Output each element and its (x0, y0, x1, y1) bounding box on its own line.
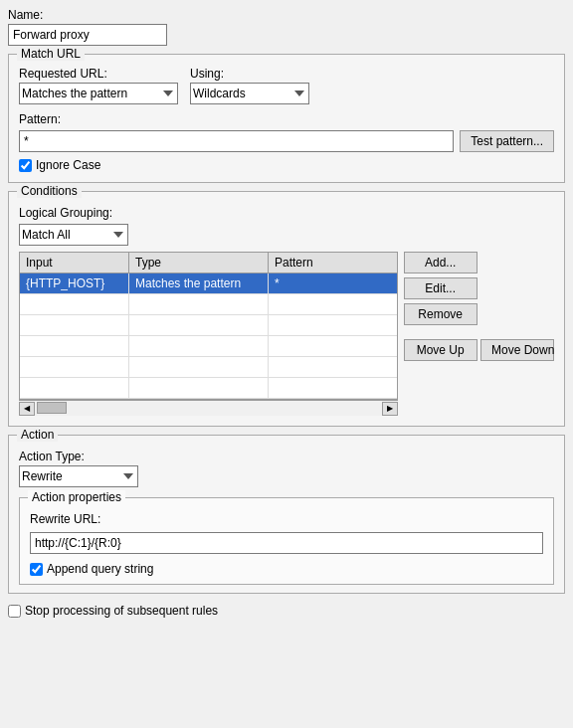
stop-processing-row: Stop processing of subsequent rules (8, 604, 565, 618)
rewrite-url-label: Rewrite URL: (30, 512, 543, 526)
action-legend: Action (17, 428, 58, 442)
edit-condition-button[interactable]: Edit... (404, 277, 478, 299)
requested-url-select[interactable]: Matches the pattern Does not match the p… (19, 83, 178, 104)
action-properties-box: Action properties Rewrite URL: Append qu… (19, 497, 554, 585)
empty-row (20, 357, 397, 378)
ignore-case-checkbox[interactable] (19, 159, 32, 172)
requested-url-label: Requested URL: (19, 67, 178, 81)
scrollbar-thumb[interactable] (37, 402, 67, 414)
table-header: Input Type Pattern (20, 253, 397, 273)
stop-processing-label: Stop processing of subsequent rules (25, 604, 218, 618)
empty-cell (269, 315, 397, 335)
empty-cell (269, 378, 397, 398)
append-query-string-checkbox[interactable] (30, 563, 43, 576)
cell-input: {HTTP_HOST} (20, 273, 129, 293)
conditions-section: Conditions Logical Grouping: Match All M… (8, 191, 565, 427)
ignore-case-row: Ignore Case (19, 158, 554, 172)
pattern-group: Pattern: Test pattern... (19, 112, 554, 152)
name-input[interactable] (8, 24, 167, 46)
col-type: Type (129, 253, 269, 273)
empty-cell (20, 315, 129, 335)
match-url-legend: Match URL (17, 47, 85, 61)
empty-cell (269, 357, 397, 377)
empty-cell (20, 378, 129, 398)
conditions-table: Input Type Pattern {HTTP_HOST} Matches t… (19, 252, 398, 400)
empty-cell (269, 294, 397, 314)
ignore-case-label: Ignore Case (36, 158, 100, 172)
cell-pattern: * (269, 273, 397, 293)
empty-cell (20, 336, 129, 356)
empty-cell (20, 294, 129, 314)
col-pattern: Pattern (269, 253, 397, 273)
requested-url-group: Requested URL: Matches the pattern Does … (19, 67, 178, 104)
test-pattern-button[interactable]: Test pattern... (460, 130, 554, 152)
empty-cell (129, 294, 269, 314)
conditions-legend: Conditions (17, 184, 82, 198)
empty-cell (269, 336, 397, 356)
empty-cell (20, 357, 129, 377)
action-type-select[interactable]: Rewrite Redirect Custom Response Abort R… (19, 465, 138, 487)
rewrite-url-input[interactable] (30, 532, 543, 554)
empty-row (20, 336, 397, 357)
scrollbar-track[interactable] (37, 402, 380, 416)
logical-grouping-select[interactable]: Match All Match Any (19, 224, 128, 246)
cell-type: Matches the pattern (129, 273, 269, 293)
empty-row (20, 378, 397, 399)
scroll-right-arrow[interactable]: ▶ (382, 402, 398, 416)
empty-row (20, 315, 397, 336)
empty-cell (129, 357, 269, 377)
action-content: Action Type: Rewrite Redirect Custom Res… (19, 450, 554, 585)
action-properties-legend: Action properties (28, 490, 125, 504)
empty-cell (129, 315, 269, 335)
table-row[interactable]: {HTTP_HOST} Matches the pattern * (20, 273, 397, 294)
remove-condition-button[interactable]: Remove (404, 303, 478, 325)
logical-grouping-label: Logical Grouping: (19, 206, 554, 220)
pattern-row: Test pattern... (19, 130, 554, 152)
match-url-section: Match URL Requested URL: Matches the pat… (8, 54, 565, 183)
append-query-string-row: Append query string (30, 562, 543, 576)
move-down-button[interactable]: Move Down (480, 339, 554, 361)
name-label: Name: (8, 8, 565, 22)
using-label: Using: (190, 67, 309, 81)
horizontal-scrollbar[interactable]: ◀ ▶ (19, 400, 398, 416)
stop-processing-checkbox[interactable] (8, 605, 21, 618)
append-query-string-label: Append query string (47, 562, 153, 576)
pattern-label: Pattern: (19, 112, 554, 126)
scroll-left-arrow[interactable]: ◀ (19, 402, 35, 416)
action-section: Action Action Type: Rewrite Redirect Cus… (8, 435, 565, 594)
empty-cell (129, 336, 269, 356)
col-input: Input (20, 253, 129, 273)
add-condition-button[interactable]: Add... (404, 252, 478, 273)
using-select[interactable]: Wildcards Regular Expressions Exact Matc… (190, 83, 309, 104)
using-group: Using: Wildcards Regular Expressions Exa… (190, 67, 309, 104)
pattern-input[interactable] (19, 130, 454, 152)
action-type-label: Action Type: (19, 450, 554, 463)
move-buttons: Move Up Move Down (404, 339, 554, 365)
conditions-table-wrap: Input Type Pattern {HTTP_HOST} Matches t… (19, 252, 554, 416)
move-up-button[interactable]: Move Up (404, 339, 478, 361)
conditions-button-col: Add... Edit... Remove Move Up Move Down (404, 252, 554, 416)
empty-cell (129, 378, 269, 398)
name-section: Name: (8, 8, 565, 46)
empty-row (20, 294, 397, 315)
conditions-table-container: Input Type Pattern {HTTP_HOST} Matches t… (19, 252, 398, 416)
